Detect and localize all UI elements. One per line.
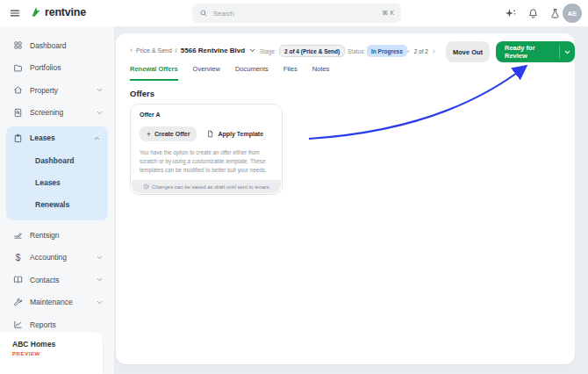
search-shortcut: ⌘ K xyxy=(382,10,394,17)
rentvine-logo[interactable]: rentvine xyxy=(30,5,86,18)
sidebar-item-rentsign[interactable]: Rentsign xyxy=(0,224,114,247)
sidebar-item-label: Property xyxy=(30,86,58,95)
tab-bar: Renewal Offers Overview Documents Files … xyxy=(130,65,329,81)
sidebar-item-label: Dashboard xyxy=(30,41,67,50)
workspace-name: ABC Homes xyxy=(12,340,103,349)
pager-text: 2 of 2 xyxy=(414,48,428,54)
sidebar-item-label: Contacts xyxy=(30,276,60,284)
chevron-down-icon xyxy=(96,254,104,262)
ready-for-review-label: Ready for Review xyxy=(496,41,559,62)
breadcrumb-separator: / xyxy=(176,47,177,54)
sidebar-item-label: Maintenance xyxy=(30,298,73,306)
apply-template-label: Apply Template xyxy=(218,131,263,137)
record-pager: ‹ 2 of 2 › xyxy=(407,45,435,57)
sidebar-item-label: Rentsign xyxy=(30,231,60,240)
dollar-icon: $ xyxy=(13,253,23,263)
tab-notes[interactable]: Notes xyxy=(312,65,330,81)
sidebar-item-accounting[interactable]: $ Accounting xyxy=(0,247,114,270)
stage-badge: 2 of 4 (Price & Send) xyxy=(279,45,345,57)
offer-card-title: Offer A xyxy=(140,111,160,118)
tab-files[interactable]: Files xyxy=(283,65,298,81)
chart-icon xyxy=(13,320,23,329)
breadcrumb-parent[interactable]: Price & Send xyxy=(136,47,172,54)
sidebar-item-maintenance[interactable]: Maintenance xyxy=(0,291,114,314)
contacts-book-icon xyxy=(13,275,23,284)
sidebar-item-leases[interactable]: Leases xyxy=(6,126,108,149)
offer-card: Offer A + Create Offer Apply Template Yo… xyxy=(130,104,283,195)
chevron-up-icon xyxy=(93,134,101,142)
ready-for-review-caret[interactable] xyxy=(560,41,575,62)
breadcrumb-back-chevron[interactable]: ‹ xyxy=(130,46,133,54)
sidebar-subitem-dashboard[interactable]: Dashboard xyxy=(6,149,108,171)
signature-icon xyxy=(13,230,23,240)
pager-prev-icon[interactable]: ‹ xyxy=(407,47,410,55)
sidebar-item-portfolios[interactable]: Portfolios xyxy=(0,57,114,80)
breadcrumb-current: 5566 Rentvine Blvd xyxy=(181,47,245,54)
search-input[interactable]: Search ⌘ K xyxy=(192,4,401,23)
sidebar-item-property[interactable]: Property xyxy=(0,79,114,102)
apply-template-button[interactable]: Apply Template xyxy=(206,130,263,138)
rentvine-logo-icon xyxy=(30,5,42,18)
tab-documents[interactable]: Documents xyxy=(235,65,269,81)
document-search-icon xyxy=(13,108,23,118)
breadcrumb: ‹ Price & Send / 5566 Rentvine Blvd xyxy=(130,46,256,54)
sidebar-item-contacts[interactable]: Contacts xyxy=(0,269,114,291)
main-content-card: ‹ Price & Send / 5566 Rentvine Blvd Stag… xyxy=(116,33,575,364)
pager-next-icon[interactable]: › xyxy=(433,47,435,55)
house-icon xyxy=(13,85,23,95)
offer-actions: + Create Offer Apply Template xyxy=(140,126,263,141)
user-avatar[interactable]: AE xyxy=(563,4,582,23)
chevron-down-icon xyxy=(96,86,104,94)
sidebar-group-leases: Leases Dashboard Leases Renewals xyxy=(6,126,108,220)
workspace-card[interactable]: ABC Homes PREVIEW xyxy=(0,332,103,374)
wrench-icon xyxy=(13,298,23,307)
sidebar-item-label: Leases xyxy=(30,133,55,142)
chevron-down-icon xyxy=(96,298,104,306)
sidebar-item-label: Accounting xyxy=(30,253,67,262)
search-placeholder: Search xyxy=(213,10,376,18)
create-offer-button[interactable]: + Create Offer xyxy=(140,126,197,141)
status-label: Status: xyxy=(348,48,365,54)
sparkle-ai-icon[interactable] xyxy=(505,8,516,19)
stage-label: Stage: xyxy=(260,48,276,54)
plus-icon: + xyxy=(147,130,151,139)
sidebar-item-screening[interactable]: Screening xyxy=(0,102,114,125)
sidebar-item-label: Screening xyxy=(30,108,63,117)
tab-overview[interactable]: Overview xyxy=(193,65,220,81)
chevron-down-icon xyxy=(563,48,571,56)
offers-heading: Offers xyxy=(130,89,154,98)
sidebar-item-dashboard[interactable]: Dashboard xyxy=(0,34,114,57)
sidebar-subitem-renewals[interactable]: Renewals xyxy=(6,193,108,215)
sidebar-subitem-leases[interactable]: Leases xyxy=(6,171,108,193)
sidebar-item-label: Reports xyxy=(30,320,56,329)
offer-footer-note: Changes can be saved as draft until sent… xyxy=(132,180,281,193)
chevron-down-icon xyxy=(96,109,104,117)
preview-badge: PREVIEW xyxy=(12,351,103,356)
grid-icon xyxy=(13,40,23,50)
create-offer-label: Create Offer xyxy=(154,131,190,137)
flask-preview-icon[interactable] xyxy=(549,8,561,19)
clipboard-icon xyxy=(13,133,23,143)
tab-renewal-offers[interactable]: Renewal Offers xyxy=(130,65,178,81)
move-out-button[interactable]: Move Out xyxy=(446,41,490,62)
search-icon xyxy=(199,9,208,18)
rentvine-logo-text: rentvine xyxy=(45,6,86,18)
folder-icon xyxy=(13,63,23,73)
offer-footer-text: Changes can be saved as draft until sent… xyxy=(152,184,269,190)
info-icon xyxy=(143,183,149,190)
sidebar: Dashboard Portfolios Property Screening … xyxy=(0,26,114,374)
notifications-bell-icon[interactable] xyxy=(527,8,539,19)
top-bar: rentvine Search ⌘ K AE xyxy=(0,0,588,26)
ready-for-review-button[interactable]: Ready for Review xyxy=(496,41,575,62)
sidebar-item-label: Portfolios xyxy=(30,63,61,72)
menu-icon[interactable] xyxy=(9,7,21,19)
chevron-down-icon xyxy=(96,276,104,284)
chevron-down-icon[interactable] xyxy=(248,47,256,54)
document-icon xyxy=(206,130,214,138)
offer-description: You have the option to create an offer e… xyxy=(140,148,274,174)
status-badge: In Progress xyxy=(367,45,407,57)
